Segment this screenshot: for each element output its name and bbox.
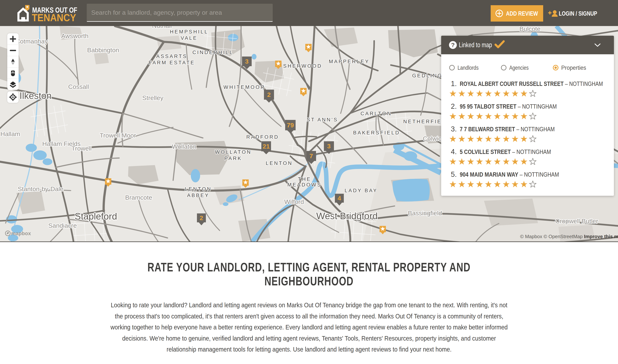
svg-text:3: 3 <box>327 143 331 150</box>
svg-text:2: 2 <box>267 91 271 98</box>
svg-text:3.: 3. <box>451 125 457 133</box>
svg-text:West Bridgford: West Bridgford <box>316 211 378 221</box>
svg-text:7 7 BELWARD STREET – NOTTINGHA: 7 7 BELWARD STREET – NOTTINGHAM <box>460 126 555 132</box>
svg-text:Strelley: Strelley <box>142 94 163 101</box>
svg-text:21: 21 <box>263 143 270 150</box>
svg-text:Hallam Fields: Hallam Fields <box>42 140 81 147</box>
svg-text:3: 3 <box>245 58 249 65</box>
svg-text:2.: 2. <box>451 103 457 110</box>
svg-text:Cotmanhay: Cotmanhay <box>15 38 48 45</box>
svg-text:5 COLVILLE STREET – NOTTINGHAM: 5 COLVILLE STREET – NOTTINGHAM <box>460 148 551 155</box>
svg-text:Nuthall: Nuthall <box>152 26 172 29</box>
svg-text:FARM ESTATE: FARM ESTATE <box>149 60 195 65</box>
svg-text:Landlords: Landlords <box>457 65 479 71</box>
svg-text:LADY BAY: LADY BAY <box>344 188 378 193</box>
svg-text:CINDERHILL: CINDERHILL <box>192 50 233 55</box>
svg-text:4.: 4. <box>451 148 457 156</box>
svg-text:Awsworth: Awsworth <box>61 32 89 39</box>
svg-text:MAPPERLEY: MAPPERLEY <box>329 59 370 64</box>
svg-text:VALE: VALE <box>180 35 197 41</box>
svg-text:Wollaton: Wollaton <box>172 143 196 150</box>
svg-text:Cropwell Butler: Cropwell Butler <box>555 218 598 225</box>
svg-text:LENTON: LENTON <box>185 186 212 192</box>
svg-text:5.: 5. <box>451 170 457 178</box>
svg-text:95 95 TALBOT STREET – NOTTINGH: 95 95 TALBOT STREET – NOTTINGHAM <box>460 103 557 110</box>
svg-text:4: 4 <box>338 195 341 202</box>
svg-text:Linked to map: Linked to map <box>459 41 492 49</box>
svg-text:Bramcote: Bramcote <box>125 194 152 201</box>
svg-text:904 MAID MARIAN WAY – NOTTINGH: 904 MAID MARIAN WAY – NOTTINGHAM <box>460 171 559 178</box>
svg-text:HEMPSHILL: HEMPSHILL <box>170 29 208 35</box>
svg-text:1.: 1. <box>451 80 457 88</box>
svg-text:Cossall: Cossall <box>68 83 89 90</box>
svg-text:RADFORD: RADFORD <box>246 134 279 140</box>
svg-text:Stapleford: Stapleford <box>75 211 117 221</box>
svg-text:ABBEY: ABBEY <box>187 193 209 198</box>
svg-text:Bulcote: Bulcote <box>519 26 540 32</box>
svg-text:Bassingfield: Bassingfield <box>408 209 442 217</box>
svg-text:LENTON: LENTON <box>266 160 293 166</box>
svg-text:Agencies: Agencies <box>509 65 529 71</box>
svg-text:PARK: PARK <box>224 156 242 161</box>
svg-text:TENANCY: TENANCY <box>32 12 76 23</box>
svg-text:GEDLING: GEDLING <box>412 73 443 78</box>
svg-text:k Hallam: k Hallam <box>0 130 20 137</box>
svg-text:Babbington: Babbington <box>87 46 119 53</box>
svg-text:Wilford: Wilford <box>284 198 304 205</box>
svg-text:Trowell Moor: Trowell Moor <box>100 132 136 139</box>
svg-text:SHERWOOD: SHERWOOD <box>283 63 322 69</box>
svg-text:ASSARTS: ASSARTS <box>156 53 187 59</box>
svg-text:mapbox: mapbox <box>11 231 31 236</box>
svg-text:LOGIN / SIGNUP: LOGIN / SIGNUP <box>559 10 597 17</box>
svg-text:THE: THE <box>298 176 311 182</box>
svg-text:Properties: Properties <box>561 65 586 71</box>
svg-text:CARLTON: CARLTON <box>361 111 392 116</box>
svg-text:BAKERSFIELD: BAKERSFIELD <box>353 130 400 136</box>
svg-text:2: 2 <box>200 214 203 221</box>
svg-text:MEADOWS: MEADOWS <box>288 182 322 188</box>
svg-text:ADD REVIEW: ADD REVIEW <box>506 10 538 17</box>
svg-text:79: 79 <box>287 122 294 129</box>
svg-text:Ilkeston: Ilkeston <box>20 91 52 101</box>
svg-text:WOLLATON: WOLLATON <box>215 149 251 155</box>
svg-text:ST ANN’S: ST ANN’S <box>307 117 338 122</box>
svg-text:WHITEMOOR: WHITEMOOR <box>224 84 265 90</box>
svg-text:Sandiacre: Sandiacre <box>48 222 77 229</box>
svg-text:Stanton-by-Dale: Stanton-by-Dale <box>18 185 64 192</box>
svg-text:?: ? <box>451 42 455 48</box>
svg-text:7: 7 <box>310 152 313 159</box>
svg-text:ROYAL ALBERT COURT RUSSELL STR: ROYAL ALBERT COURT RUSSELL STREET – NOTT… <box>460 80 603 87</box>
